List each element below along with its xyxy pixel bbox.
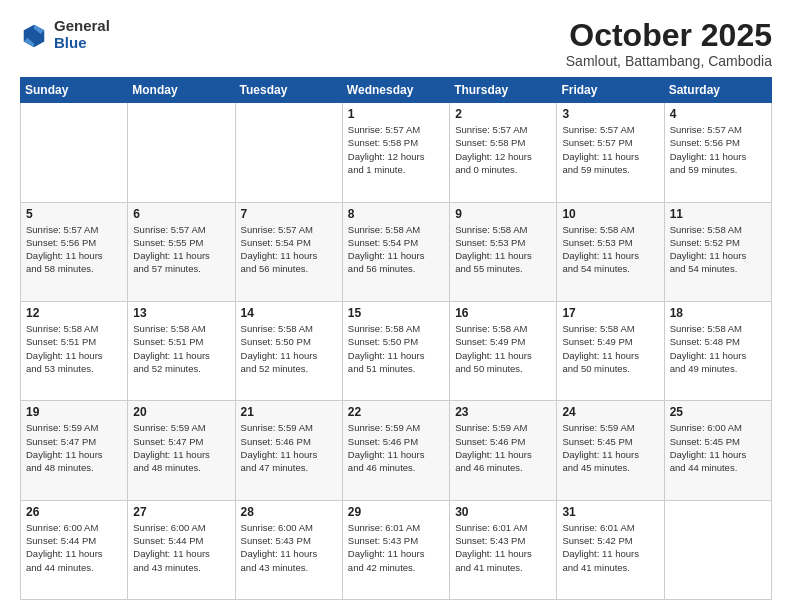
table-row <box>21 103 128 202</box>
day-number: 2 <box>455 107 551 121</box>
page: General Blue October 2025 Samlout, Batta… <box>0 0 792 612</box>
col-friday: Friday <box>557 78 664 103</box>
day-number: 30 <box>455 505 551 519</box>
day-info: Sunrise: 5:57 AM Sunset: 5:54 PM Dayligh… <box>241 223 337 276</box>
day-info: Sunrise: 5:58 AM Sunset: 5:49 PM Dayligh… <box>562 322 658 375</box>
table-row: 10Sunrise: 5:58 AM Sunset: 5:53 PM Dayli… <box>557 202 664 301</box>
col-sunday: Sunday <box>21 78 128 103</box>
table-row: 25Sunrise: 6:00 AM Sunset: 5:45 PM Dayli… <box>664 401 771 500</box>
table-row: 27Sunrise: 6:00 AM Sunset: 5:44 PM Dayli… <box>128 500 235 599</box>
table-row: 2Sunrise: 5:57 AM Sunset: 5:58 PM Daylig… <box>450 103 557 202</box>
table-row: 22Sunrise: 5:59 AM Sunset: 5:46 PM Dayli… <box>342 401 449 500</box>
day-info: Sunrise: 5:58 AM Sunset: 5:51 PM Dayligh… <box>26 322 122 375</box>
table-row: 23Sunrise: 5:59 AM Sunset: 5:46 PM Dayli… <box>450 401 557 500</box>
day-number: 23 <box>455 405 551 419</box>
table-row: 31Sunrise: 6:01 AM Sunset: 5:42 PM Dayli… <box>557 500 664 599</box>
col-wednesday: Wednesday <box>342 78 449 103</box>
day-info: Sunrise: 6:00 AM Sunset: 5:45 PM Dayligh… <box>670 421 766 474</box>
logo-text: General Blue <box>54 18 110 51</box>
week-row-0: 1Sunrise: 5:57 AM Sunset: 5:58 PM Daylig… <box>21 103 772 202</box>
table-row <box>235 103 342 202</box>
day-number: 18 <box>670 306 766 320</box>
day-info: Sunrise: 6:00 AM Sunset: 5:44 PM Dayligh… <box>133 521 229 574</box>
table-row: 8Sunrise: 5:58 AM Sunset: 5:54 PM Daylig… <box>342 202 449 301</box>
day-number: 17 <box>562 306 658 320</box>
day-info: Sunrise: 6:00 AM Sunset: 5:44 PM Dayligh… <box>26 521 122 574</box>
table-row: 12Sunrise: 5:58 AM Sunset: 5:51 PM Dayli… <box>21 301 128 400</box>
table-row: 6Sunrise: 5:57 AM Sunset: 5:55 PM Daylig… <box>128 202 235 301</box>
day-number: 13 <box>133 306 229 320</box>
day-number: 20 <box>133 405 229 419</box>
day-number: 1 <box>348 107 444 121</box>
col-thursday: Thursday <box>450 78 557 103</box>
table-row: 4Sunrise: 5:57 AM Sunset: 5:56 PM Daylig… <box>664 103 771 202</box>
day-info: Sunrise: 5:58 AM Sunset: 5:50 PM Dayligh… <box>348 322 444 375</box>
subtitle: Samlout, Battambang, Cambodia <box>566 53 772 69</box>
table-row: 9Sunrise: 5:58 AM Sunset: 5:53 PM Daylig… <box>450 202 557 301</box>
day-info: Sunrise: 5:58 AM Sunset: 5:52 PM Dayligh… <box>670 223 766 276</box>
week-row-1: 5Sunrise: 5:57 AM Sunset: 5:56 PM Daylig… <box>21 202 772 301</box>
day-number: 24 <box>562 405 658 419</box>
day-info: Sunrise: 5:57 AM Sunset: 5:57 PM Dayligh… <box>562 123 658 176</box>
day-info: Sunrise: 5:57 AM Sunset: 5:58 PM Dayligh… <box>455 123 551 176</box>
day-number: 9 <box>455 207 551 221</box>
day-number: 31 <box>562 505 658 519</box>
calendar-table: Sunday Monday Tuesday Wednesday Thursday… <box>20 77 772 600</box>
table-row: 1Sunrise: 5:57 AM Sunset: 5:58 PM Daylig… <box>342 103 449 202</box>
table-row: 29Sunrise: 6:01 AM Sunset: 5:43 PM Dayli… <box>342 500 449 599</box>
day-info: Sunrise: 5:58 AM Sunset: 5:48 PM Dayligh… <box>670 322 766 375</box>
table-row: 7Sunrise: 5:57 AM Sunset: 5:54 PM Daylig… <box>235 202 342 301</box>
day-number: 5 <box>26 207 122 221</box>
day-number: 21 <box>241 405 337 419</box>
day-number: 14 <box>241 306 337 320</box>
table-row: 11Sunrise: 5:58 AM Sunset: 5:52 PM Dayli… <box>664 202 771 301</box>
table-row: 3Sunrise: 5:57 AM Sunset: 5:57 PM Daylig… <box>557 103 664 202</box>
day-info: Sunrise: 5:58 AM Sunset: 5:53 PM Dayligh… <box>455 223 551 276</box>
day-info: Sunrise: 5:58 AM Sunset: 5:50 PM Dayligh… <box>241 322 337 375</box>
day-info: Sunrise: 6:01 AM Sunset: 5:42 PM Dayligh… <box>562 521 658 574</box>
day-info: Sunrise: 5:59 AM Sunset: 5:46 PM Dayligh… <box>455 421 551 474</box>
day-info: Sunrise: 5:57 AM Sunset: 5:56 PM Dayligh… <box>670 123 766 176</box>
day-info: Sunrise: 5:59 AM Sunset: 5:45 PM Dayligh… <box>562 421 658 474</box>
header-row: Sunday Monday Tuesday Wednesday Thursday… <box>21 78 772 103</box>
day-number: 6 <box>133 207 229 221</box>
day-number: 28 <box>241 505 337 519</box>
day-info: Sunrise: 5:59 AM Sunset: 5:47 PM Dayligh… <box>133 421 229 474</box>
day-number: 22 <box>348 405 444 419</box>
day-info: Sunrise: 5:57 AM Sunset: 5:56 PM Dayligh… <box>26 223 122 276</box>
table-row: 17Sunrise: 5:58 AM Sunset: 5:49 PM Dayli… <box>557 301 664 400</box>
table-row: 19Sunrise: 5:59 AM Sunset: 5:47 PM Dayli… <box>21 401 128 500</box>
day-info: Sunrise: 5:57 AM Sunset: 5:55 PM Dayligh… <box>133 223 229 276</box>
day-info: Sunrise: 5:59 AM Sunset: 5:47 PM Dayligh… <box>26 421 122 474</box>
day-number: 25 <box>670 405 766 419</box>
table-row: 21Sunrise: 5:59 AM Sunset: 5:46 PM Dayli… <box>235 401 342 500</box>
day-info: Sunrise: 5:59 AM Sunset: 5:46 PM Dayligh… <box>348 421 444 474</box>
table-row: 16Sunrise: 5:58 AM Sunset: 5:49 PM Dayli… <box>450 301 557 400</box>
table-row: 24Sunrise: 5:59 AM Sunset: 5:45 PM Dayli… <box>557 401 664 500</box>
day-info: Sunrise: 6:01 AM Sunset: 5:43 PM Dayligh… <box>455 521 551 574</box>
table-row <box>128 103 235 202</box>
day-info: Sunrise: 6:00 AM Sunset: 5:43 PM Dayligh… <box>241 521 337 574</box>
logo-general-text: General <box>54 18 110 35</box>
day-number: 27 <box>133 505 229 519</box>
week-row-2: 12Sunrise: 5:58 AM Sunset: 5:51 PM Dayli… <box>21 301 772 400</box>
day-number: 10 <box>562 207 658 221</box>
day-number: 8 <box>348 207 444 221</box>
table-row: 26Sunrise: 6:00 AM Sunset: 5:44 PM Dayli… <box>21 500 128 599</box>
table-row: 14Sunrise: 5:58 AM Sunset: 5:50 PM Dayli… <box>235 301 342 400</box>
day-info: Sunrise: 5:58 AM Sunset: 5:53 PM Dayligh… <box>562 223 658 276</box>
col-saturday: Saturday <box>664 78 771 103</box>
table-row: 30Sunrise: 6:01 AM Sunset: 5:43 PM Dayli… <box>450 500 557 599</box>
logo-icon <box>20 21 48 49</box>
main-title: October 2025 <box>566 18 772 53</box>
day-number: 12 <box>26 306 122 320</box>
day-number: 19 <box>26 405 122 419</box>
day-number: 3 <box>562 107 658 121</box>
week-row-3: 19Sunrise: 5:59 AM Sunset: 5:47 PM Dayli… <box>21 401 772 500</box>
day-number: 16 <box>455 306 551 320</box>
day-number: 15 <box>348 306 444 320</box>
day-number: 26 <box>26 505 122 519</box>
col-monday: Monday <box>128 78 235 103</box>
col-tuesday: Tuesday <box>235 78 342 103</box>
week-row-4: 26Sunrise: 6:00 AM Sunset: 5:44 PM Dayli… <box>21 500 772 599</box>
